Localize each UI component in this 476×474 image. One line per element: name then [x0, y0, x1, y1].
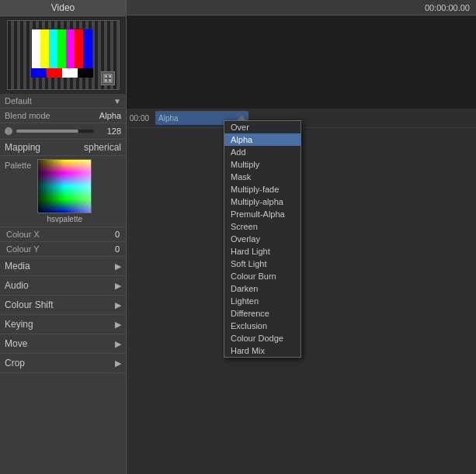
expandable-label-audio: Audio [5, 280, 29, 291]
expandable-media[interactable]: Media ▶ [0, 257, 126, 276]
colour-x-label: Colour X [6, 230, 40, 239]
mapping-row[interactable]: Mapping spherical [0, 140, 126, 156]
panel-title: Video [51, 2, 75, 13]
dropdown-item-colour-dodge[interactable]: Colour Dodge [224, 332, 301, 344]
svg-rect-1 [105, 75, 107, 78]
panel-header: Video [0, 0, 126, 16]
expandable-label-media: Media [5, 261, 30, 272]
mapping-value: spherical [84, 142, 121, 153]
default-label: Default [5, 96, 32, 106]
dropdown-item-mask[interactable]: Mask [224, 171, 301, 183]
dropdown-item-add[interactable]: Add [224, 146, 301, 158]
dropdown-item-multiply[interactable]: Multiply [224, 158, 301, 171]
dropdown-item-hard-light[interactable]: Hard Light [224, 245, 301, 258]
mapping-label: Mapping [5, 142, 40, 153]
dropdown-item-over[interactable]: Over [224, 121, 301, 133]
expandable-move[interactable]: Move ▶ [0, 334, 126, 354]
colour-y-value: 0 [115, 244, 120, 254]
palette-preview[interactable] [37, 159, 92, 213]
time-display: 00:00:00.00 [425, 3, 470, 12]
expandable-label-keying: Keying [5, 319, 33, 330]
blend-mode-dropdown[interactable]: OverAlphaAddMultiplyMaskMultiply-fadeMul… [224, 120, 301, 358]
dropdown-item-premult-alpha[interactable]: Premult-Alpha [224, 208, 301, 220]
expandable-colour-shift[interactable]: Colour Shift ▶ [0, 296, 126, 315]
blend-mode-row[interactable]: Blend mode Alpha [0, 109, 126, 123]
default-arrow: ▼ [113, 97, 121, 106]
dropdown-item-alpha[interactable]: Alpha [224, 133, 301, 146]
slider-dot [5, 127, 12, 135]
left-panel: Video Default ▼ [0, 0, 127, 474]
expandable-list: Media ▶ Audio ▶ Colour Shift ▶ Keying ▶ … [0, 257, 126, 373]
dropdown-item-colour-burn[interactable]: Colour Burn [224, 270, 301, 282]
dropdown-item-screen[interactable]: Screen [224, 220, 301, 233]
colour-y-label: Colour Y [6, 244, 40, 254]
dropdown-trigger-arrow [237, 115, 246, 121]
track-time: 00:00 [130, 114, 149, 123]
expand-arrow-audio: ▶ [115, 281, 121, 291]
track-area: 00:00 Alpha [127, 109, 476, 474]
blend-inline-label: Alpha [158, 114, 179, 123]
dropdown-item-difference[interactable]: Difference [224, 307, 301, 320]
slider-value: 128 [98, 126, 121, 136]
expandable-label-colour-shift: Colour Shift [5, 299, 54, 310]
thumbnail-area [0, 16, 126, 94]
dropdown-item-multiply-fade[interactable]: Multiply-fade [224, 183, 301, 195]
dropdown-item-darken[interactable]: Darken [224, 282, 301, 295]
expandable-label-move: Move [5, 338, 27, 349]
expand-arrow-move: ▶ [115, 339, 121, 349]
expandable-crop[interactable]: Crop ▶ [0, 354, 126, 373]
dropdown-item-overlay[interactable]: Overlay [224, 233, 301, 245]
colour-y-row[interactable]: Colour Y 0 [0, 242, 126, 257]
dropdown-item-exclusion[interactable]: Exclusion [224, 320, 301, 332]
blend-mode-value: Alpha [99, 111, 121, 120]
default-row[interactable]: Default ▼ [0, 94, 126, 109]
palette-label: Palette [5, 161, 31, 170]
expandable-label-crop: Crop [5, 358, 25, 368]
track-row-blend: 00:00 Alpha [127, 109, 476, 128]
colour-x-value: 0 [115, 230, 120, 239]
dropdown-item-soft-light[interactable]: Soft Light [224, 258, 301, 270]
slider-row: 128 [0, 123, 126, 140]
expand-arrow-media: ▶ [115, 261, 121, 272]
canvas-content [127, 16, 476, 109]
svg-rect-4 [109, 79, 111, 81]
svg-rect-2 [109, 75, 111, 78]
tv-pattern [31, 29, 93, 71]
dropdown-item-hard-mix[interactable]: Hard Mix [224, 344, 301, 357]
expand-arrow-keying: ▶ [115, 320, 121, 330]
slider-track[interactable] [16, 130, 94, 133]
svg-rect-3 [105, 79, 107, 81]
dropdown-item-lighten[interactable]: Lighten [224, 295, 301, 307]
dropdown-item-multiply-alpha[interactable]: Multiply-alpha [224, 195, 301, 208]
thumbnail-grid [7, 20, 120, 90]
blend-mode-label: Blend mode [5, 111, 50, 120]
palette-row: Palette hsvpalette [0, 156, 126, 227]
expandable-audio[interactable]: Audio ▶ [0, 276, 126, 296]
canvas-area [127, 16, 476, 109]
expandable-keying[interactable]: Keying ▶ [0, 315, 126, 334]
palette-name: hsvpalette [47, 215, 82, 223]
colour-x-row[interactable]: Colour X 0 [0, 227, 126, 242]
tv-bottom-bar [31, 68, 93, 78]
expand-arrow-crop: ▶ [115, 358, 121, 368]
film-icon [101, 71, 115, 85]
expand-arrow-colour-shift: ▶ [115, 300, 121, 310]
slider-fill [16, 130, 78, 133]
